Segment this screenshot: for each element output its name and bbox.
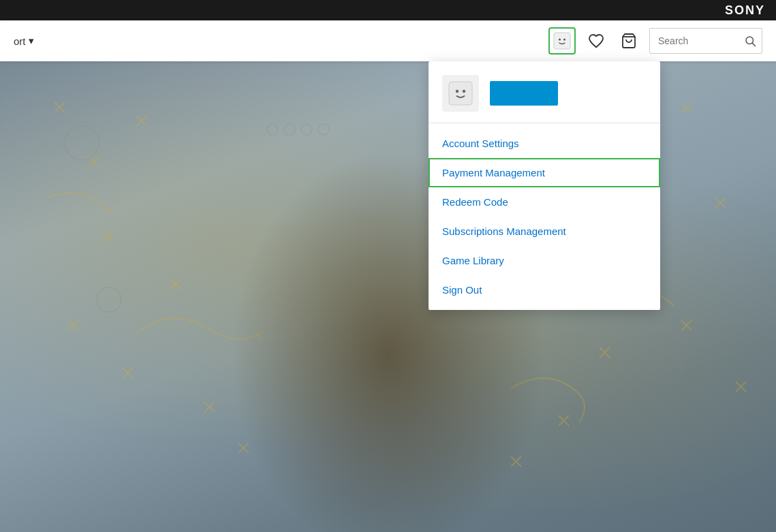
svg-rect-58 bbox=[449, 82, 472, 105]
dropdown-header bbox=[429, 61, 660, 123]
nav-bar: ort ▾ bbox=[0, 20, 776, 61]
search-bar bbox=[649, 28, 762, 54]
svg-point-59 bbox=[456, 90, 459, 93]
svg-point-60 bbox=[463, 90, 465, 93]
user-dropdown-menu: Account Settings Payment Management Rede… bbox=[429, 61, 660, 310]
cart-button[interactable] bbox=[617, 29, 641, 53]
svg-point-2 bbox=[563, 39, 565, 41]
avatar-face-icon bbox=[553, 32, 571, 50]
svg-point-47 bbox=[653, 353, 683, 383]
cart-icon bbox=[621, 33, 637, 49]
svg-rect-0 bbox=[554, 33, 570, 49]
dropdown-avatar bbox=[442, 75, 479, 112]
subscriptions-management-item[interactable]: Subscriptions Management bbox=[429, 217, 660, 246]
account-settings-item[interactable]: Account Settings bbox=[429, 129, 660, 158]
nav-right bbox=[548, 27, 762, 54]
svg-point-44 bbox=[65, 126, 99, 160]
avatar-face-large-icon bbox=[448, 81, 473, 106]
search-submit-button[interactable] bbox=[739, 29, 762, 53]
top-bar: SONY bbox=[0, 0, 776, 20]
search-icon bbox=[744, 35, 756, 47]
username-button[interactable] bbox=[490, 81, 558, 106]
nav-sport-link[interactable]: ort ▾ bbox=[14, 35, 34, 47]
chevron-down-icon: ▾ bbox=[29, 35, 34, 47]
svg-point-56 bbox=[301, 124, 312, 135]
avatar-button[interactable] bbox=[548, 27, 576, 54]
svg-point-55 bbox=[284, 124, 295, 135]
svg-point-46 bbox=[97, 287, 121, 312]
svg-line-5 bbox=[752, 43, 755, 46]
svg-point-57 bbox=[318, 124, 329, 135]
search-input[interactable] bbox=[650, 29, 739, 53]
svg-point-1 bbox=[559, 39, 561, 41]
nav-left: ort ▾ bbox=[14, 35, 548, 47]
game-library-item[interactable]: Game Library bbox=[429, 246, 660, 275]
heart-icon bbox=[588, 33, 604, 49]
svg-line-49 bbox=[109, 208, 114, 210]
sport-label: ort bbox=[14, 35, 26, 47]
svg-point-54 bbox=[267, 124, 278, 135]
payment-management-item[interactable]: Payment Management bbox=[429, 158, 660, 187]
sony-logo: SONY bbox=[725, 3, 765, 18]
sign-out-item[interactable]: Sign Out bbox=[429, 275, 660, 304]
redeem-code-item[interactable]: Redeem Code bbox=[429, 187, 660, 217]
wishlist-button[interactable] bbox=[584, 29, 608, 53]
dropdown-items: Account Settings Payment Management Rede… bbox=[429, 123, 660, 310]
svg-line-48 bbox=[109, 210, 112, 215]
